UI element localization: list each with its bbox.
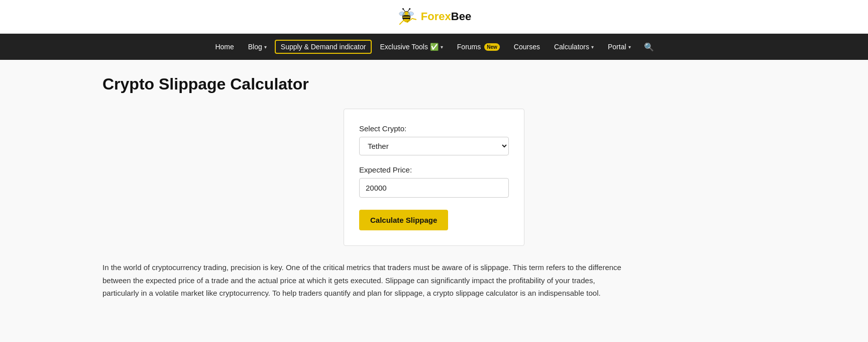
nav-exclusive-tools[interactable]: Exclusive Tools ✅ ▾	[374, 40, 449, 54]
svg-rect-3	[402, 18, 410, 19]
svg-point-4	[399, 12, 405, 16]
logo[interactable]: ForexBee	[397, 6, 471, 27]
expected-price-input[interactable]	[359, 178, 509, 198]
search-icon[interactable]: 🔍	[639, 39, 659, 55]
nav-home[interactable]: Home	[209, 40, 240, 54]
select-crypto-label: Select Crypto:	[359, 124, 509, 133]
logo-text: ForexBee	[421, 10, 471, 23]
logo-icon	[397, 6, 418, 27]
svg-point-7	[402, 8, 404, 10]
price-label: Expected Price:	[359, 165, 509, 174]
calculator-card: Select Crypto: Tether Bitcoin Ethereum B…	[344, 109, 524, 246]
new-badge: New	[484, 43, 500, 51]
chevron-down-icon: ▾	[264, 44, 267, 50]
main-nav: Home Blog ▾ Supply & Demand indicator Ex…	[0, 34, 868, 60]
svg-point-5	[408, 12, 413, 16]
nav-portal[interactable]: Portal ▾	[602, 40, 637, 54]
crypto-select[interactable]: Tether Bitcoin Ethereum Binance Coin Car…	[359, 137, 509, 155]
chevron-down-icon: ▾	[591, 44, 594, 50]
nav-supply-demand[interactable]: Supply & Demand indicator	[275, 40, 372, 54]
main-content: Crypto Slippage Calculator Select Crypto…	[82, 60, 786, 315]
site-header: ForexBee	[0, 0, 868, 34]
logo-text-first: Forex	[421, 10, 451, 23]
chevron-down-icon: ▾	[441, 44, 443, 50]
logo-text-second: Bee	[451, 10, 471, 23]
chevron-down-icon: ▾	[628, 44, 631, 50]
page-title: Crypto Slippage Calculator	[102, 75, 766, 94]
svg-point-9	[409, 8, 410, 10]
description-text: In the world of cryptocurrency trading, …	[102, 261, 625, 300]
nav-forums[interactable]: Forums New	[451, 40, 506, 54]
nav-courses[interactable]: Courses	[508, 40, 546, 54]
nav-blog[interactable]: Blog ▾	[242, 40, 273, 54]
nav-calculators[interactable]: Calculators ▾	[548, 40, 600, 54]
calculate-slippage-button[interactable]: Calculate Slippage	[359, 210, 448, 230]
